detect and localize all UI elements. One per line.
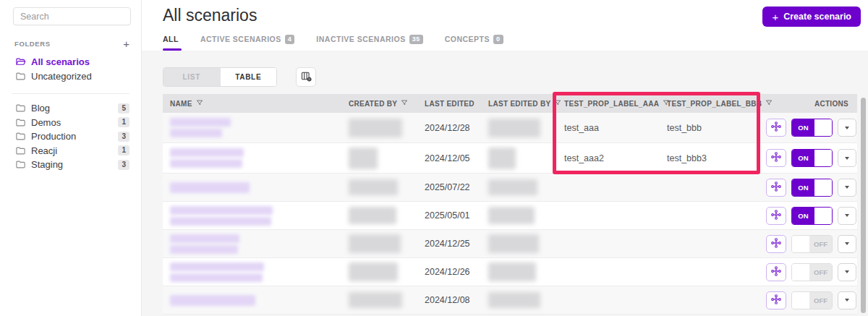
scenario-on-off-toggle[interactable]: ON [791, 119, 833, 137]
sidebar-item-production[interactable]: Production3 [0, 129, 141, 144]
row-menu-button[interactable] [838, 291, 856, 309]
toggle-off-segment: OFF [809, 236, 832, 252]
sidebar-item-label: Production [31, 131, 76, 142]
column-label: NAME [170, 100, 192, 108]
row-menu-button[interactable] [838, 263, 856, 281]
open-scenario-flow-button[interactable] [766, 207, 786, 225]
row-menu-button[interactable] [838, 149, 856, 167]
sidebar-item-demos[interactable]: Demos1 [0, 116, 141, 130]
column-header-created-by[interactable]: CREATED BY [341, 99, 417, 108]
open-scenario-flow-button[interactable] [766, 149, 786, 167]
toggle-on-segment: ON [792, 208, 814, 224]
row-menu-button[interactable] [838, 119, 856, 137]
table-row[interactable]: 2024/12/26 OFF [163, 258, 857, 286]
tab-label: ACTIVE SCENARIOS [200, 35, 281, 43]
open-scenario-flow-button[interactable] [766, 291, 786, 309]
cell-last-edited-by [481, 148, 557, 169]
add-folder-button[interactable]: + [123, 38, 129, 49]
scenario-on-off-toggle[interactable]: ON [791, 179, 833, 197]
caret-down-icon [845, 127, 849, 129]
redacted-last-edited-by [488, 148, 516, 169]
toggle-on-segment [792, 264, 809, 281]
row-menu-button[interactable] [838, 207, 856, 225]
cell-last-edited: 2025/05/01 [417, 210, 481, 221]
column-header-name[interactable]: NAME [163, 99, 341, 108]
sidebar-item-staging[interactable]: Staging3 [0, 158, 141, 172]
cell-name [163, 182, 341, 193]
search-input[interactable] [13, 7, 131, 25]
scenario-on-off-toggle[interactable]: OFF [791, 235, 833, 253]
cell-created-by [341, 207, 417, 224]
table-row[interactable]: 2024/12/08 OFF [163, 286, 857, 315]
redacted-scenario-name [170, 182, 341, 193]
redacted-created-by [349, 179, 398, 195]
column-header-last-edited-by[interactable]: LAST EDITED BY [481, 99, 557, 108]
open-scenario-flow-button[interactable] [766, 263, 786, 281]
row-menu-button[interactable] [838, 235, 856, 253]
filter-funnel-icon[interactable] [401, 99, 408, 108]
column-header-test-prop-label-aaa[interactable]: TEST_PROP_LABEL_AAA [557, 99, 660, 108]
cell-actions: ON [762, 179, 857, 197]
toggle-off-segment [814, 179, 832, 196]
open-scenario-flow-button[interactable] [766, 119, 786, 137]
folder-icon [15, 103, 26, 114]
sidebar-item-blog[interactable]: Blog5 [0, 101, 141, 116]
table-row[interactable]: 2025/07/22 ON [163, 174, 857, 202]
scenario-on-off-toggle[interactable]: ON [791, 207, 833, 225]
vertical-scrollbar-thumb[interactable] [861, 98, 866, 313]
cell-last-edited: 2024/12/25 [417, 239, 481, 249]
folders-label: FOLDERS [14, 40, 51, 48]
open-scenario-flow-button[interactable] [766, 235, 786, 253]
redacted-scenario-name [170, 234, 341, 254]
caret-down-icon [845, 242, 849, 245]
scenario-on-off-toggle[interactable]: OFF [791, 291, 833, 309]
sidebar-item-all-scenarios[interactable]: All scenarios [0, 55, 141, 69]
folder-count-badge: 1 [118, 117, 129, 127]
folder-icon [15, 145, 26, 156]
folder-icon [15, 71, 26, 82]
view-toggle: LIST TABLE [163, 67, 277, 87]
column-label: TEST_PROP_LABEL_AAA [564, 100, 659, 108]
view-table-button[interactable]: TABLE [220, 68, 277, 86]
toggle-on-segment: ON [792, 119, 814, 136]
open-scenario-flow-button[interactable] [766, 179, 786, 197]
cell-created-by [341, 262, 417, 281]
cell-name [163, 295, 341, 306]
filter-funnel-icon[interactable] [196, 99, 203, 108]
redacted-created-by [349, 207, 396, 224]
sidebar-item-reacji[interactable]: Reacji1 [0, 144, 141, 158]
redacted-scenario-name [170, 148, 341, 168]
table-row[interactable]: 2024/12/28 test_aaa test_bbb ON [163, 113, 857, 143]
tab-count-badge: 35 [409, 35, 423, 44]
table-row[interactable]: 2025/05/01 ON [163, 202, 857, 230]
scenario-on-off-toggle[interactable]: OFF [791, 263, 833, 281]
redacted-scenario-name [170, 295, 341, 306]
table-row[interactable]: 2024/12/25 OFF [163, 230, 857, 258]
caret-down-icon [845, 270, 849, 273]
caret-down-icon [845, 157, 849, 160]
tab-concepts[interactable]: CONCEPTS0 [445, 33, 503, 51]
tab-inactive-scenarios[interactable]: INACTIVE SCENARIOS35 [316, 33, 422, 51]
table-body: 2024/12/28 test_aaa test_bbb ON [163, 113, 857, 315]
cell-created-by [341, 179, 417, 195]
sidebar-item-uncategorized[interactable]: Uncategorized [0, 69, 141, 84]
redacted-created-by [349, 234, 401, 253]
scenario-on-off-toggle[interactable]: ON [791, 149, 833, 167]
folder-icon [15, 159, 26, 170]
column-header-test-prop-label-bbb[interactable]: TEST_PROP_LABEL_BBB [660, 99, 762, 108]
row-menu-button[interactable] [838, 179, 856, 197]
cell-name [163, 148, 341, 168]
cell-last-edited-by [481, 207, 557, 224]
toggle-off-segment [814, 208, 832, 224]
sidebar-item-label: Demos [31, 117, 61, 128]
table-row[interactable]: 2024/12/05 test_aaa2 test_bbb3 ON [163, 143, 857, 174]
tab-all[interactable]: ALL [163, 33, 179, 51]
view-list-button[interactable]: LIST [163, 68, 220, 86]
create-scenario-button[interactable]: + Create scenario [762, 7, 861, 27]
redacted-created-by [349, 119, 402, 137]
column-settings-button[interactable] [296, 67, 316, 87]
folders-header: FOLDERS + [14, 38, 129, 49]
tab-active-scenarios[interactable]: ACTIVE SCENARIOS4 [200, 33, 294, 51]
cell-last-edited-by [481, 292, 557, 308]
sidebar: FOLDERS + All scenariosUncategorized Blo… [0, 0, 142, 316]
